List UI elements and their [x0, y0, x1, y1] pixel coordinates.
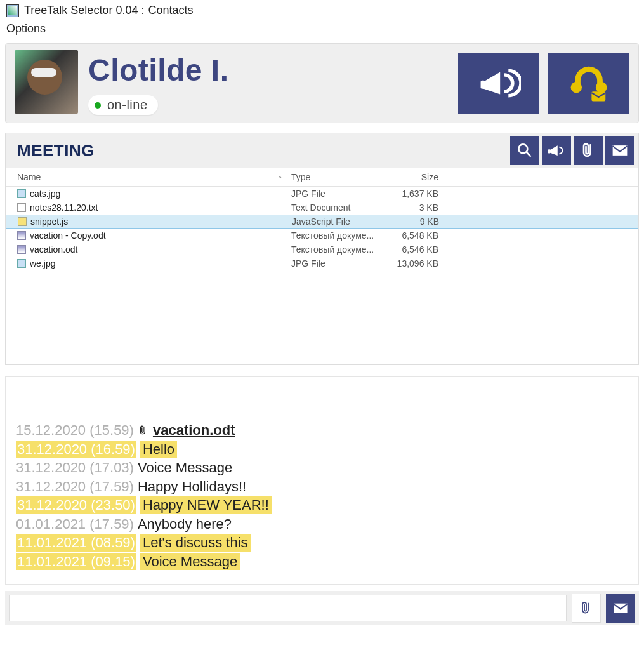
file-type-icon — [17, 245, 26, 254]
message-text: Hello — [140, 441, 177, 458]
message-timestamp: 15.12.2020 (15.59) — [16, 421, 134, 439]
file-rows: cats.jpgJPG File1,637 KBnotes28.11.20.tx… — [6, 187, 638, 270]
file-type: Text Document — [291, 202, 380, 213]
status-text: on-line — [107, 98, 148, 112]
table-row[interactable]: vacation.odtТекстовый докуме...6,546 KB — [6, 242, 638, 256]
file-type: JPG File — [291, 258, 380, 269]
chat-message: 15.12.2020 (15.59)vacation.odt — [16, 421, 628, 439]
file-name: snippet.js — [30, 216, 68, 227]
message-timestamp: 31.12.2020 (17.03) — [16, 459, 134, 477]
contact-name: Clotilde I. — [88, 53, 448, 88]
mail-button[interactable] — [605, 136, 634, 165]
file-type: JavaScript File — [292, 216, 381, 227]
send-button[interactable] — [606, 594, 635, 623]
message-timestamp: 31.12.2020 (17.59) — [16, 478, 134, 496]
message-text[interactable]: vacation.odt — [153, 421, 235, 439]
file-type: Текстовый докуме... — [291, 230, 380, 241]
table-row[interactable]: we.jpgJPG File13,096 KB — [6, 256, 638, 270]
app-name: TreeTalk Selector 0.04 : — [24, 4, 144, 17]
chat-panel: 15.12.2020 (15.59)vacation.odt31.12.2020… — [5, 376, 639, 585]
table-row[interactable]: notes28.11.20.txtText Document3 KB — [6, 201, 638, 215]
col-header-type[interactable]: Type — [291, 172, 380, 182]
file-type-icon — [17, 189, 26, 198]
support-button[interactable] — [548, 53, 629, 114]
table-row[interactable]: cats.jpgJPG File1,637 KB — [6, 187, 638, 201]
file-size: 3 KB — [380, 202, 456, 213]
broadcast-button[interactable] — [458, 53, 539, 114]
name-column: Clotilde I. on-line — [88, 50, 448, 115]
svg-point-2 — [596, 82, 607, 93]
message-timestamp: 31.12.2020 (16.59) — [16, 441, 136, 458]
avatar — [15, 50, 78, 114]
message-text: Happy NEW YEAR!! — [140, 496, 272, 514]
paperclip-icon — [138, 425, 149, 436]
file-type-icon — [17, 259, 26, 268]
mail-send-icon — [612, 600, 629, 616]
message-text: Let's discuss this — [140, 534, 251, 552]
megaphone-icon — [476, 61, 521, 105]
menubar: Options — [0, 21, 644, 41]
message-timestamp: 11.01.2021 (09.15) — [16, 553, 136, 571]
section-actions — [506, 133, 638, 168]
chat-message: 31.12.2020 (23.50)Happy NEW YEAR!! — [16, 496, 628, 514]
file-type-icon — [17, 203, 26, 212]
headset-mail-icon — [567, 61, 611, 105]
titlebar-section: Contacts — [148, 4, 193, 17]
file-name: vacation.odt — [30, 244, 78, 255]
svg-line-5 — [527, 152, 531, 157]
file-size: 6,546 KB — [380, 244, 456, 255]
chat-message: 31.12.2020 (16.59)Hello — [16, 441, 628, 458]
file-name: vacation - Copy.odt — [30, 230, 106, 241]
paperclip-icon — [579, 142, 597, 159]
search-button[interactable] — [510, 136, 539, 165]
status-badge: on-line — [88, 95, 158, 115]
file-type: JPG File — [291, 189, 380, 199]
svg-rect-6 — [548, 149, 551, 153]
col-name-label: Name — [17, 172, 41, 182]
search-icon — [516, 142, 534, 159]
col-header-name[interactable]: Name ⌃ — [6, 172, 291, 182]
section-bar: MEETING — [5, 133, 639, 168]
svg-rect-0 — [481, 81, 485, 89]
section-title: MEETING — [6, 135, 106, 167]
message-input[interactable] — [9, 595, 567, 621]
file-size: 1,637 KB — [380, 189, 456, 199]
file-size: 9 KB — [381, 216, 457, 227]
attach-button[interactable] — [574, 136, 603, 165]
titlebar: TreeTalk Selector 0.04 : Contacts — [0, 0, 644, 21]
sort-caret-icon: ⌃ — [277, 175, 282, 182]
table-row[interactable]: snippet.jsJavaScript File9 KB — [6, 215, 638, 229]
chat-message: 31.12.2020 (17.03)Voice Message — [16, 459, 628, 477]
chat-message: 11.01.2021 (09.15)Voice Message — [16, 553, 628, 571]
broadcast-small-button[interactable] — [542, 136, 571, 165]
message-text: Anybody here? — [138, 515, 232, 533]
svg-point-4 — [518, 144, 527, 153]
file-name: cats.jpg — [30, 189, 60, 199]
file-name: notes28.11.20.txt — [30, 202, 98, 213]
input-bar — [5, 591, 639, 625]
message-timestamp: 11.01.2021 (08.59) — [16, 534, 136, 552]
message-text: Voice Message — [140, 553, 240, 571]
attach-input-button[interactable] — [572, 594, 601, 623]
status-dot-icon — [95, 102, 101, 109]
divider — [5, 126, 639, 126]
table-row[interactable]: vacation - Copy.odtТекстовый докуме...6,… — [6, 229, 638, 242]
message-timestamp: 31.12.2020 (23.50) — [16, 496, 136, 514]
app-icon — [6, 4, 19, 17]
file-type: Текстовый докуме... — [291, 244, 380, 255]
file-panel: Name ⌃ Type Size cats.jpgJPG File1,637 K… — [5, 168, 639, 365]
file-size: 6,548 KB — [380, 230, 456, 241]
menu-options[interactable]: Options — [6, 22, 46, 35]
megaphone-small-icon — [548, 142, 565, 159]
message-text: Voice Message — [138, 459, 232, 477]
file-type-icon — [17, 231, 26, 240]
file-size: 13,096 KB — [380, 258, 456, 269]
file-name: we.jpg — [30, 258, 55, 269]
mail-icon — [611, 142, 629, 159]
chat-message: 01.01.2021 (17.59)Anybody here? — [16, 515, 628, 533]
header-actions — [458, 53, 629, 114]
chat-message: 11.01.2021 (08.59)Let's discuss this — [16, 534, 628, 552]
chat-message: 31.12.2020 (17.59)Happy Hollidays!! — [16, 478, 628, 496]
col-header-size[interactable]: Size — [380, 172, 456, 182]
file-table-header: Name ⌃ Type Size — [6, 168, 638, 187]
